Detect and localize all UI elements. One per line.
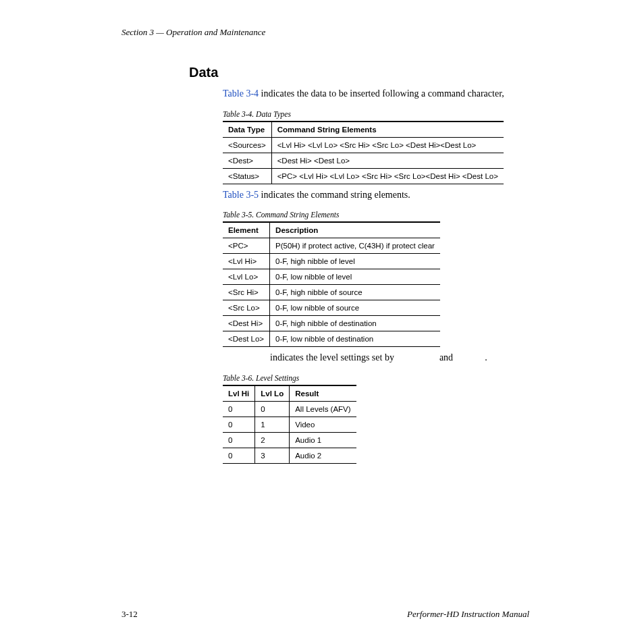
cell: 0-F, high nibble of destination [270,316,440,331]
cell: All Levels (AFV) [290,401,356,417]
cell: 0-F, low nibble of source [270,300,440,316]
cell: <PC> [223,238,270,254]
table-3-5-link[interactable]: Table 3-5 [223,190,259,200]
table-3-5-caption: Table 3-5. Command String Elements [223,211,529,219]
table-row: <Lvl Hi>0-F, high nibble of level [223,254,440,269]
level-text-2: and [439,352,456,363]
cell: 0 [223,432,255,448]
cell: <Src Lo> [223,300,270,316]
cell: 1 [255,417,290,432]
table-row: 00All Levels (AFV) [223,401,356,417]
cell: 0-F, high nibble of source [270,285,440,300]
page-footer: 3-12 Performer-HD Instruction Manual [122,609,529,620]
table-3-6-caption: Table 3-6. Level Settings [223,374,529,382]
table-row: <Dest> <Dest Hi> <Dest Lo> [223,153,504,168]
table-row: 02Audio 1 [223,432,356,448]
table-row: <PC>P(50H) if protect active, C(43H) if … [223,238,440,254]
cell: 0-F, high nibble of level [270,254,440,269]
table-3-5: Element Description <PC>P(50H) if protec… [223,221,440,347]
cell: Video [290,417,356,432]
table-header: Element [223,222,270,238]
page-number: 3-12 [122,609,138,620]
cell: 0-F, low nibble of level [270,269,440,285]
cell: <Lvl Lo> [223,269,270,285]
table-3-4-caption: Table 3-4. Data Types [223,110,529,118]
level-text-3: . [485,352,487,363]
cell: P(50H) if protect active, C(43H) if prot… [270,238,440,254]
table-row: <Dest Lo>0-F, low nibble of destination [223,331,440,347]
cell: 0-F, low nibble of destination [270,331,440,347]
level-paragraph: indicates the level settings set by and … [270,351,529,365]
table-3-4-link[interactable]: Table 3-4 [223,88,259,99]
cell: <Lvl Hi> <Lvl Lo> <Src Hi> <Src Lo> <Des… [271,137,504,153]
table-header: Result [290,385,356,402]
cell: 0 [223,417,255,432]
table-row: 01Video [223,417,356,432]
cell: <Sources> [223,137,271,153]
table-row: <Sources> <Lvl Hi> <Lvl Lo> <Src Hi> <Sr… [223,137,504,153]
table-header: Command String Elements [271,122,504,138]
running-header: Section 3 — Operation and Maintenance [122,27,529,38]
table-row: <Lvl Lo>0-F, low nibble of level [223,269,440,285]
table-header: Lvl Lo [255,385,290,402]
mid-paragraph: Table 3-5 indicates the command string e… [223,188,529,202]
intro-text: indicates the data to be inserted follow… [259,88,504,99]
table-header: Lvl Hi [223,385,255,402]
cell: <Dest Hi> [223,316,270,331]
cell: Audio 2 [290,448,356,463]
cell: <Src Hi> [223,285,270,300]
cell: 0 [255,401,290,417]
doc-title: Performer-HD Instruction Manual [407,609,529,620]
cell: <PC> <Lvl Hi> <Lvl Lo> <Src Hi> <Src Lo>… [271,168,504,184]
table-header: Description [270,222,440,238]
table-row: <Src Lo>0-F, low nibble of source [223,300,440,316]
cell: 0 [223,401,255,417]
cell: <Dest Lo> [223,331,270,347]
table-3-6: Lvl Hi Lvl Lo Result 00All Levels (AFV) … [223,385,356,464]
table-header: Data Type [223,122,271,138]
cell: 0 [223,448,255,463]
table-row: <Src Hi>0-F, high nibble of source [223,285,440,300]
cell: 3 [255,448,290,463]
table-3-4: Data Type Command String Elements <Sourc… [223,121,504,184]
cell: <Lvl Hi> [223,254,270,269]
mid-text: indicates the command string elements. [259,190,410,200]
section-heading: Data [189,65,529,80]
cell: <Dest Hi> <Dest Lo> [271,153,504,168]
table-row: <Status> <PC> <Lvl Hi> <Lvl Lo> <Src Hi>… [223,168,504,184]
level-text-1: indicates the level settings set by [270,352,396,363]
table-row: 03Audio 2 [223,448,356,463]
cell: 2 [255,432,290,448]
cell: Audio 1 [290,432,356,448]
cell: <Status> [223,168,271,184]
table-row: <Dest Hi>0-F, high nibble of destination [223,316,440,331]
cell: <Dest> [223,153,271,168]
intro-paragraph: Table 3-4 indicates the data to be inser… [223,87,529,101]
